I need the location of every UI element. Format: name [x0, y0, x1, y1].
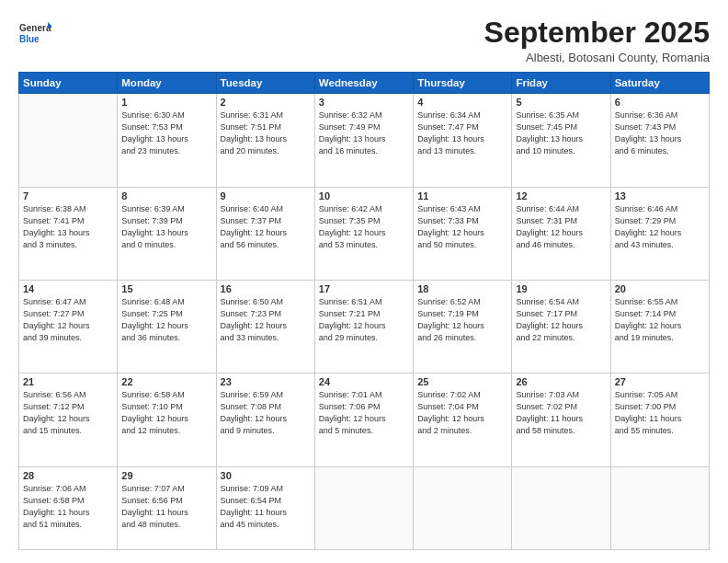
day-info-line: Sunset: 7:49 PM	[319, 122, 381, 132]
day-info-line: Sunrise: 6:42 AM	[319, 204, 382, 213]
day-number: 6	[615, 97, 705, 108]
day-info: Sunrise: 6:55 AMSunset: 7:14 PMDaylight:…	[615, 296, 705, 344]
day-info-line: Sunrise: 7:07 AM	[121, 484, 185, 493]
day-info-line: Sunrise: 6:51 AM	[319, 297, 382, 306]
day-info-line: Daylight: 12 hours	[221, 228, 288, 237]
day-info-line: and 43 minutes.	[615, 240, 674, 249]
table-cell: 14Sunrise: 6:47 AMSunset: 7:27 PMDayligh…	[19, 280, 118, 373]
day-number: 19	[516, 283, 606, 294]
day-info-line: and 45 minutes.	[221, 520, 279, 529]
day-info: Sunrise: 7:01 AMSunset: 7:06 PMDaylight:…	[319, 389, 409, 437]
day-info: Sunrise: 6:35 AMSunset: 7:45 PMDaylight:…	[516, 109, 606, 157]
day-number: 4	[417, 97, 507, 108]
day-info-line: Sunrise: 6:55 AM	[615, 297, 678, 306]
day-number: 22	[121, 376, 211, 387]
day-info-line: Sunset: 7:08 PM	[221, 402, 282, 411]
day-info-line: Sunset: 7:47 PM	[417, 122, 479, 132]
day-info-line: and 12 minutes.	[121, 426, 180, 435]
day-info-line: Sunrise: 6:50 AM	[221, 297, 284, 306]
day-info-line: Daylight: 12 hours	[516, 228, 583, 237]
table-cell: 13Sunrise: 6:46 AMSunset: 7:29 PMDayligh…	[610, 187, 709, 280]
day-info-line: Sunset: 7:10 PM	[121, 402, 183, 411]
day-info-line: Daylight: 12 hours	[417, 228, 484, 237]
day-info-line: Daylight: 13 hours	[615, 134, 682, 144]
day-info-line: Sunrise: 6:43 AM	[417, 204, 481, 213]
day-number: 23	[221, 376, 311, 387]
day-info-line: Daylight: 13 hours	[319, 134, 386, 144]
day-number: 28	[23, 470, 113, 481]
day-info: Sunrise: 6:50 AMSunset: 7:23 PMDaylight:…	[221, 296, 311, 344]
day-info-line: Sunrise: 6:59 AM	[221, 390, 284, 399]
day-info-line: Sunset: 7:25 PM	[121, 309, 183, 318]
title-block: September 2025 Albesti, Botosani County,…	[484, 17, 710, 64]
day-info-line: Daylight: 13 hours	[221, 134, 288, 144]
table-cell: 3Sunrise: 6:32 AMSunset: 7:49 PMDaylight…	[314, 94, 413, 187]
day-info-line: and 56 minutes.	[221, 240, 279, 249]
col-wednesday: Wednesday	[314, 73, 413, 94]
day-info-line: Daylight: 11 hours	[121, 508, 188, 517]
day-info-line: Sunrise: 6:52 AM	[417, 297, 481, 306]
day-number: 7	[23, 190, 113, 201]
table-cell: 1Sunrise: 6:30 AMSunset: 7:53 PMDaylight…	[118, 94, 216, 187]
day-info-line: and 33 minutes.	[221, 333, 279, 342]
day-info-line: Daylight: 12 hours	[221, 414, 288, 423]
day-info-line: Sunrise: 7:05 AM	[615, 390, 678, 399]
day-info-line: Sunset: 7:39 PM	[121, 216, 183, 225]
table-cell: 23Sunrise: 6:59 AMSunset: 7:08 PMDayligh…	[216, 373, 314, 466]
day-info-line: and 51 minutes.	[23, 520, 82, 529]
day-info-line: Sunrise: 6:44 AM	[516, 204, 579, 213]
day-info: Sunrise: 7:07 AMSunset: 6:56 PMDaylight:…	[121, 483, 211, 531]
calendar-table: Sunday Monday Tuesday Wednesday Thursday…	[18, 72, 710, 550]
col-monday: Monday	[118, 73, 216, 94]
table-cell: 30Sunrise: 7:09 AMSunset: 6:54 PMDayligh…	[216, 466, 314, 550]
day-info: Sunrise: 6:30 AMSunset: 7:53 PMDaylight:…	[121, 109, 211, 157]
day-number: 16	[221, 283, 311, 294]
table-cell: 2Sunrise: 6:31 AMSunset: 7:51 PMDaylight…	[216, 94, 314, 187]
day-info-line: Daylight: 13 hours	[417, 134, 484, 144]
day-info-line: Sunset: 6:54 PM	[221, 496, 282, 505]
day-info-line: Sunrise: 6:58 AM	[121, 390, 185, 399]
day-number: 5	[516, 97, 606, 108]
day-number: 24	[319, 376, 409, 387]
day-info: Sunrise: 6:47 AMSunset: 7:27 PMDaylight:…	[23, 296, 113, 344]
day-info-line: Daylight: 12 hours	[417, 414, 484, 423]
day-info-line: Daylight: 12 hours	[319, 228, 386, 237]
day-number: 26	[516, 376, 606, 387]
day-info: Sunrise: 6:54 AMSunset: 7:17 PMDaylight:…	[516, 296, 606, 344]
table-cell: 17Sunrise: 6:51 AMSunset: 7:21 PMDayligh…	[314, 280, 413, 373]
day-number: 1	[121, 97, 211, 108]
day-info-line: Sunset: 7:04 PM	[417, 402, 479, 411]
day-number: 21	[23, 376, 113, 387]
day-info-line: Sunrise: 7:09 AM	[221, 484, 284, 493]
day-info: Sunrise: 6:52 AMSunset: 7:19 PMDaylight:…	[417, 296, 507, 344]
day-info-line: and 26 minutes.	[417, 333, 476, 342]
day-number: 25	[417, 376, 507, 387]
day-info: Sunrise: 6:46 AMSunset: 7:29 PMDaylight:…	[615, 203, 705, 251]
day-info-line: Sunset: 7:33 PM	[417, 216, 479, 225]
table-cell	[414, 466, 512, 550]
col-thursday: Thursday	[414, 73, 512, 94]
day-info-line: Sunset: 7:27 PM	[23, 309, 85, 318]
day-info-line: Daylight: 12 hours	[615, 321, 682, 330]
day-info-line: Sunset: 7:29 PM	[615, 216, 677, 225]
day-info: Sunrise: 6:36 AMSunset: 7:43 PMDaylight:…	[615, 109, 705, 157]
header: General Blue September 2025 Albesti, Bot…	[18, 17, 710, 64]
day-info-line: Sunrise: 6:30 AM	[121, 110, 185, 120]
table-cell: 28Sunrise: 7:06 AMSunset: 6:58 PMDayligh…	[19, 466, 118, 550]
table-cell: 21Sunrise: 6:56 AMSunset: 7:12 PMDayligh…	[19, 373, 118, 466]
day-info-line: and 55 minutes.	[615, 426, 674, 435]
day-info-line: and 39 minutes.	[23, 333, 82, 342]
day-info-line: Daylight: 13 hours	[121, 228, 188, 237]
day-number: 18	[417, 283, 507, 294]
day-info-line: and 46 minutes.	[516, 240, 574, 249]
day-number: 3	[319, 97, 409, 108]
table-cell: 16Sunrise: 6:50 AMSunset: 7:23 PMDayligh…	[216, 280, 314, 373]
day-info-line: Daylight: 13 hours	[516, 134, 583, 144]
day-info: Sunrise: 6:59 AMSunset: 7:08 PMDaylight:…	[221, 389, 311, 437]
day-number: 12	[516, 190, 606, 201]
day-info-line: Sunset: 6:58 PM	[23, 496, 85, 505]
day-info-line: Sunset: 7:19 PM	[417, 309, 479, 318]
day-info: Sunrise: 6:42 AMSunset: 7:35 PMDaylight:…	[319, 203, 409, 251]
day-info-line: and 29 minutes.	[319, 333, 378, 342]
day-info-line: Sunset: 7:35 PM	[319, 216, 381, 225]
